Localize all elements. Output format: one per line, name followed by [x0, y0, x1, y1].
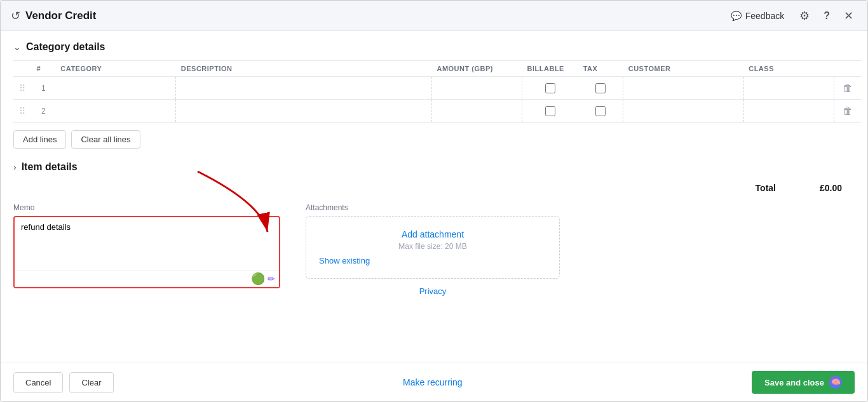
- memo-toolbar: 🟢 ✏: [15, 270, 279, 287]
- clear-lines-button[interactable]: Clear all lines: [71, 130, 140, 149]
- brain-icon: 🧠: [829, 376, 842, 389]
- delete-cell-1: 🗑: [834, 77, 861, 100]
- header-right: 💬 Feedback ⚙ ? ✕: [726, 6, 857, 25]
- add-lines-button[interactable]: Add lines: [13, 130, 66, 149]
- cancel-button[interactable]: Cancel: [13, 372, 63, 393]
- billable-cell-1: [522, 77, 578, 100]
- header-left: ↺ Vendor Credit: [11, 9, 726, 23]
- settings-button[interactable]: ⚙: [796, 6, 813, 25]
- total-row: Total £0.00: [13, 183, 861, 193]
- billable-checkbox-2[interactable]: [545, 106, 555, 116]
- tax-checkbox-1[interactable]: [595, 83, 606, 93]
- category-section-header[interactable]: ⌄ Category details: [13, 41, 861, 53]
- privacy-link[interactable]: Privacy: [306, 286, 560, 296]
- feedback-button[interactable]: 💬 Feedback: [726, 8, 789, 23]
- help-button[interactable]: ?: [820, 6, 834, 25]
- item-section-header[interactable]: › Item details: [13, 161, 861, 173]
- gear-icon: ⚙: [799, 10, 810, 22]
- billable-cell-2: [522, 100, 578, 123]
- category-section-title: Category details: [26, 41, 105, 53]
- amount-input-2[interactable]: [432, 100, 522, 122]
- show-existing-button[interactable]: Show existing: [319, 256, 370, 265]
- memo-textarea-wrapper: refund details 🟢 ✏: [13, 216, 280, 288]
- description-input-1[interactable]: [176, 77, 431, 99]
- th-num: #: [31, 61, 55, 77]
- class-input-1[interactable]: [744, 77, 834, 99]
- emoji-icon[interactable]: 🟢: [251, 272, 265, 286]
- class-cell-2[interactable]: [743, 100, 834, 123]
- save-close-label: Save and close: [764, 378, 824, 387]
- feedback-icon: 💬: [731, 11, 742, 21]
- class-cell-1[interactable]: [743, 77, 834, 100]
- attachments-label: Attachments: [306, 203, 560, 212]
- close-icon: ✕: [844, 10, 853, 22]
- feedback-label: Feedback: [745, 11, 784, 21]
- tax-checkbox-2[interactable]: [595, 106, 606, 116]
- th-delete: [834, 61, 861, 77]
- expand-chevron: ›: [13, 162, 17, 172]
- amount-input-1[interactable]: [432, 77, 522, 99]
- category-cell-2[interactable]: [55, 100, 175, 123]
- category-table: # CATEGORY DESCRIPTION AMOUNT (GBP) BILL…: [13, 60, 861, 123]
- collapse-chevron: ⌄: [13, 42, 21, 52]
- customer-input-2[interactable]: [623, 100, 743, 122]
- bottom-content: Memo refund details 🟢 ✏ Attachments Add …: [13, 203, 861, 296]
- billable-checkbox-1[interactable]: [545, 83, 555, 93]
- delete-row-2-button[interactable]: 🗑: [840, 103, 855, 119]
- save-close-button[interactable]: Save and close 🧠: [752, 371, 855, 394]
- customer-cell-1[interactable]: [623, 77, 743, 100]
- class-input-2[interactable]: [744, 100, 834, 122]
- attachments-section: Attachments Add attachment Max file size…: [306, 203, 560, 296]
- amount-cell-2[interactable]: [431, 100, 522, 123]
- delete-row-1-button[interactable]: 🗑: [840, 80, 855, 97]
- modal-footer: Cancel Clear Make recurring Save and clo…: [1, 363, 867, 401]
- table-row: ⠿ 2: [13, 100, 861, 123]
- tax-cell-1: [578, 77, 623, 100]
- drag-handle-2[interactable]: ⠿: [13, 100, 31, 123]
- table-row: ⠿ 1: [13, 77, 861, 100]
- category-input-1[interactable]: [55, 77, 175, 99]
- modal-body: ⌄ Category details # CATEGORY DESCRIPTIO…: [1, 31, 867, 363]
- close-button[interactable]: ✕: [840, 6, 857, 25]
- memo-label: Memo: [13, 203, 280, 212]
- total-value: £0.00: [791, 183, 842, 193]
- file-size-text: Max file size: 20 MB: [319, 242, 546, 251]
- help-icon: ?: [824, 10, 830, 21]
- delete-cell-2: 🗑: [834, 100, 861, 123]
- bottom-area: Memo refund details 🟢 ✏ Attachments Add …: [13, 203, 861, 296]
- category-input-2[interactable]: [55, 100, 175, 122]
- footer-center: Make recurring: [120, 377, 746, 387]
- th-description: DESCRIPTION: [176, 61, 432, 77]
- tax-cell-2: [578, 100, 623, 123]
- th-billable: BILLABLE: [522, 61, 578, 77]
- drag-handle-1[interactable]: ⠿: [13, 77, 31, 100]
- th-category: CATEGORY: [55, 61, 175, 77]
- description-cell-2[interactable]: [176, 100, 432, 123]
- attachments-box: Add attachment Max file size: 20 MB Show…: [306, 216, 560, 279]
- th-amount: AMOUNT (GBP): [431, 61, 522, 77]
- customer-input-1[interactable]: [623, 77, 743, 99]
- edit-icon[interactable]: ✏: [268, 274, 275, 284]
- row-num-2: 2: [31, 100, 55, 123]
- table-actions: Add lines Clear all lines: [13, 130, 861, 149]
- category-cell-1[interactable]: [55, 77, 175, 100]
- th-drag: [13, 61, 31, 77]
- th-class: CLASS: [743, 61, 834, 77]
- item-section-title: Item details: [22, 161, 78, 173]
- amount-cell-1[interactable]: [431, 77, 522, 100]
- memo-textarea[interactable]: refund details: [15, 217, 279, 268]
- description-input-2[interactable]: [176, 100, 431, 122]
- description-cell-1[interactable]: [176, 77, 432, 100]
- row-num-1: 1: [31, 77, 55, 100]
- make-recurring-button[interactable]: Make recurring: [403, 377, 462, 387]
- modal-title: Vendor Credit: [25, 10, 96, 22]
- footer-left: Cancel Clear: [13, 372, 114, 393]
- add-attachment-button[interactable]: Add attachment: [402, 229, 464, 239]
- th-customer: CUSTOMER: [623, 61, 743, 77]
- clear-button[interactable]: Clear: [69, 372, 113, 393]
- modal-header: ↺ Vendor Credit 💬 Feedback ⚙ ? ✕: [1, 1, 867, 31]
- vendor-credit-modal: ↺ Vendor Credit 💬 Feedback ⚙ ? ✕ ⌄ Categ…: [0, 0, 868, 402]
- memo-section: Memo refund details 🟢 ✏: [13, 203, 280, 296]
- th-tax: TAX: [578, 61, 623, 77]
- customer-cell-2[interactable]: [623, 100, 743, 123]
